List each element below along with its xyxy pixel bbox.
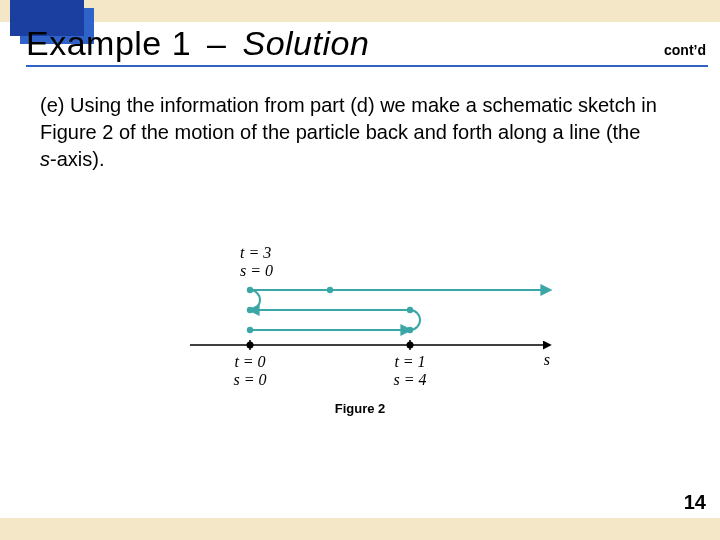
svg-point-8: [247, 327, 253, 333]
title-example: Example 1: [26, 24, 191, 62]
svg-point-4: [407, 342, 414, 349]
svg-text:s = 4: s = 4: [393, 371, 426, 388]
contd-label: cont’d: [664, 42, 708, 60]
svg-point-13: [327, 287, 333, 293]
title-area: Example 1 – Solution cont’d: [26, 24, 708, 67]
svg-point-10: [407, 307, 413, 313]
svg-text:s = 0: s = 0: [233, 371, 266, 388]
figure-2: t = 3s = 0t = 0s = 0t = 1s = 4s Figure 2: [150, 210, 570, 410]
s-variable: s: [40, 148, 50, 170]
bottom-accent-band: [0, 518, 720, 540]
svg-text:t = 0: t = 0: [234, 353, 265, 370]
body-text-1: Using the information from part (d) we m…: [40, 94, 657, 143]
svg-text:t = 1: t = 1: [394, 353, 425, 370]
body-text-2: -axis).: [50, 148, 104, 170]
top-accent-band: [0, 0, 720, 22]
svg-point-11: [247, 307, 253, 313]
part-label: (e): [40, 94, 64, 116]
title-dash: –: [201, 24, 232, 62]
figure-svg: t = 3s = 0t = 0s = 0t = 1s = 4s: [150, 210, 570, 410]
page-title: Example 1 – Solution: [26, 24, 369, 63]
title-rule: Example 1 – Solution cont’d: [26, 24, 708, 67]
svg-text:t = 3: t = 3: [240, 244, 271, 261]
page-number: 14: [684, 491, 706, 514]
figure-caption: Figure 2: [150, 401, 570, 416]
svg-text:s = 0: s = 0: [240, 262, 273, 279]
title-solution: Solution: [242, 24, 369, 62]
svg-text:s: s: [544, 351, 550, 368]
svg-point-9: [407, 327, 413, 333]
svg-point-12: [247, 287, 253, 293]
svg-point-2: [247, 342, 254, 349]
body-paragraph: (e) Using the information from part (d) …: [40, 92, 660, 173]
